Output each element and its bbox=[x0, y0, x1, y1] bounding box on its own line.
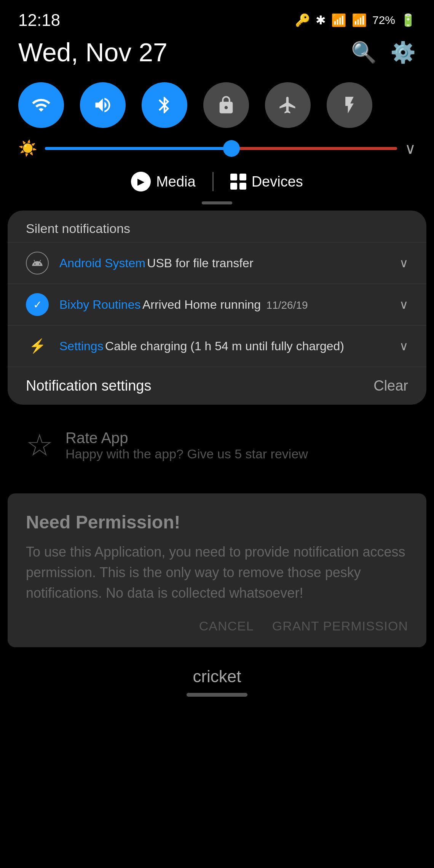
media-play-icon: ▶ bbox=[131, 172, 151, 191]
android-system-app-name: Android System bbox=[59, 256, 145, 270]
permission-actions: CANCEL GRANT PERMISSION bbox=[26, 619, 408, 633]
star-icon: ☆ bbox=[26, 428, 53, 463]
media-button[interactable]: ▶ Media bbox=[122, 169, 205, 195]
media-devices-divider bbox=[212, 172, 214, 191]
bixby-app-name: Bixby Routines bbox=[59, 298, 140, 311]
brightness-track bbox=[45, 147, 397, 150]
grant-permission-button[interactable]: GRANT PERMISSION bbox=[272, 619, 408, 633]
permission-body: To use this Application, you need to pro… bbox=[26, 542, 408, 603]
settings-chevron: ∨ bbox=[399, 339, 408, 353]
sound-toggle[interactable] bbox=[80, 82, 126, 128]
rotation-toggle[interactable] bbox=[203, 82, 249, 128]
battery-icon: 🔋 bbox=[400, 13, 416, 27]
notification-item-android-system[interactable]: Android System USB for file transfer ∨ bbox=[8, 242, 426, 284]
status-time: 12:18 bbox=[18, 11, 60, 30]
bixby-notif-text: Arrived Home running bbox=[142, 298, 261, 311]
bixby-notif-time: 11/26/19 bbox=[266, 299, 308, 311]
brightness-slider[interactable] bbox=[45, 147, 397, 150]
media-devices-row: ▶ Media Devices bbox=[0, 165, 434, 198]
battery-text: 72% bbox=[372, 14, 395, 27]
date-actions[interactable]: 🔍 ⚙️ bbox=[351, 40, 416, 64]
settings-content: Settings Cable charging (1 h 54 m until … bbox=[59, 339, 393, 353]
notification-item-bixby[interactable]: ✓ Bixby Routines Arrived Home running 11… bbox=[8, 284, 426, 325]
brightness-icon: ☀️ bbox=[18, 139, 37, 157]
settings-icon[interactable]: ⚙️ bbox=[390, 40, 416, 64]
scroll-handle bbox=[202, 201, 232, 204]
bixby-chevron: ∨ bbox=[399, 297, 408, 312]
android-system-content: Android System USB for file transfer bbox=[59, 256, 393, 270]
settings-app-name: Settings bbox=[59, 339, 104, 353]
flashlight-toggle[interactable] bbox=[327, 82, 372, 128]
bixby-content: Bixby Routines Arrived Home running 11/2… bbox=[59, 298, 393, 312]
settings-notif-text: Cable charging (1 h 54 m until fully cha… bbox=[105, 339, 344, 353]
date-text: Wed, Nov 27 bbox=[18, 37, 168, 67]
airplane-toggle[interactable] bbox=[265, 82, 311, 128]
key-icon: 🔑 bbox=[295, 13, 310, 27]
permission-title: Need Permission! bbox=[26, 512, 408, 533]
rate-app-text: Rate App Happy with the app? Give us 5 s… bbox=[65, 429, 308, 461]
settings-lightning-icon: ⚡ bbox=[26, 335, 49, 357]
silent-notifications-header: Silent notifications bbox=[8, 211, 426, 242]
devices-grid-icon bbox=[230, 174, 246, 190]
notification-settings-button[interactable]: Notification settings bbox=[26, 378, 152, 394]
android-system-notif-text: USB for file transfer bbox=[147, 256, 253, 270]
bottom-nav-handle bbox=[187, 693, 247, 697]
rate-app-title: Rate App bbox=[65, 429, 308, 447]
brightness-row: ☀️ ∨ bbox=[0, 136, 434, 165]
search-icon[interactable]: 🔍 bbox=[351, 40, 377, 64]
wifi-toggle[interactable] bbox=[18, 82, 64, 128]
devices-label: Devices bbox=[252, 174, 303, 190]
brightness-thumb[interactable] bbox=[223, 140, 240, 157]
bluetooth-toggle[interactable] bbox=[142, 82, 187, 128]
status-icons: 🔑 ✱ 📶 📶 72% 🔋 bbox=[295, 13, 416, 27]
notification-item-settings[interactable]: ⚡ Settings Cable charging (1 h 54 m unti… bbox=[8, 325, 426, 367]
date-row: Wed, Nov 27 🔍 ⚙️ bbox=[0, 34, 434, 78]
android-system-icon bbox=[26, 252, 49, 274]
bixby-icon: ✓ bbox=[26, 293, 49, 316]
notification-footer: Notification settings Clear bbox=[8, 367, 426, 405]
rate-app-card: ☆ Rate App Happy with the app? Give us 5… bbox=[8, 412, 426, 478]
permission-dialog: Need Permission! To use this Application… bbox=[8, 493, 426, 647]
rate-app-description: Happy with the app? Give us 5 star revie… bbox=[65, 447, 308, 461]
status-bar: 12:18 🔑 ✱ 📶 📶 72% 🔋 bbox=[0, 0, 434, 34]
wifi-status-icon: 📶 bbox=[331, 13, 346, 27]
notification-panel: Silent notifications Android System USB … bbox=[8, 211, 426, 405]
android-system-chevron: ∨ bbox=[399, 256, 408, 270]
cancel-button[interactable]: CANCEL bbox=[199, 619, 254, 633]
devices-button[interactable]: Devices bbox=[221, 171, 312, 193]
quick-toggles bbox=[0, 78, 434, 136]
signal-icon: 📶 bbox=[352, 13, 367, 27]
clear-notifications-button[interactable]: Clear bbox=[373, 378, 408, 394]
app-label: cricket bbox=[0, 655, 434, 693]
bluetooth-status-icon: ✱ bbox=[316, 13, 326, 27]
media-label: Media bbox=[156, 174, 196, 190]
expand-icon[interactable]: ∨ bbox=[405, 140, 416, 157]
